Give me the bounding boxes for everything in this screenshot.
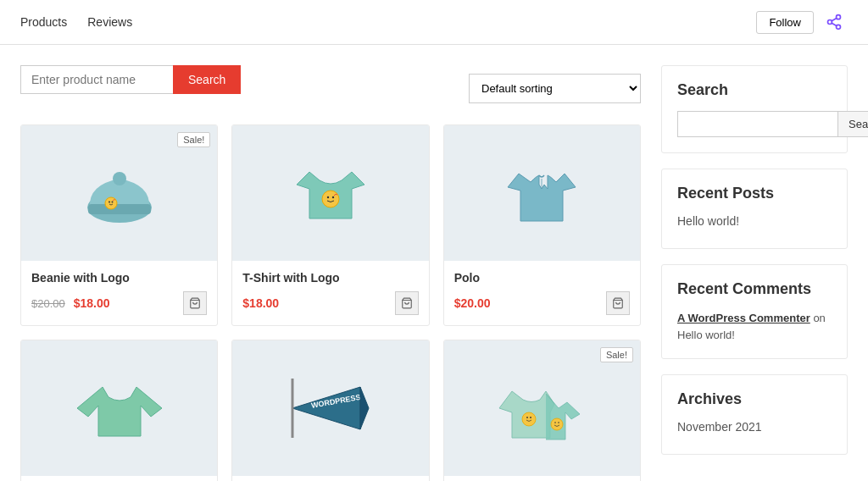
sidebar-search-row: Search [677,111,832,137]
svg-point-24 [526,417,528,418]
regular-price: $20.00 [454,296,491,310]
nav-products[interactable]: Products [20,15,67,29]
recent-posts-widget: Recent Posts Hello world! [661,169,848,249]
comment-post-link[interactable]: Hello world! [677,329,735,341]
sidebar: Search Search Recent Posts Hello world! … [661,65,848,481]
archives-widget: Archives November 2021 [661,374,848,455]
sale-price: $18.00 [242,296,279,310]
cart-icon [189,297,201,309]
archive-link[interactable]: November 2021 [677,420,832,434]
recent-comments-widget: Recent Comments A WordPress Commenter on… [661,264,848,359]
product-grid: Sale! [20,124,641,481]
svg-marker-22 [360,387,369,429]
price-group: $20.00 $18.00 [31,296,109,310]
cart-icon [401,297,413,309]
header: Products Reviews Follow [0,0,868,45]
product-info: Beanie with Logo $20.00 $18.00 [21,261,217,325]
controls-row: Search Default sorting Sort by popularit… [20,65,641,111]
product-card: WORDPRESS WordPress Pennant [231,340,429,481]
sale-badge: Sale! [177,132,210,147]
svg-point-25 [530,417,531,418]
add-to-cart-button[interactable] [395,291,419,315]
cart-icon [612,297,624,309]
product-card: Long Sleeve Tee [20,340,218,481]
sale-price: $18.00 [74,296,110,310]
product-price: $20.00 [454,291,630,315]
product-info: T-Shirt with Logo $18.00 [232,261,428,325]
product-image-pennant: WORDPRESS [232,340,428,476]
sidebar-search-widget: Search Search [661,65,848,153]
price-group: $18.00 [242,296,279,310]
product-name: Beanie with Logo [31,271,207,285]
svg-point-14 [327,196,329,198]
sort-select[interactable]: Default sorting Sort by popularity Sort … [469,74,641,103]
pennant-illustration: WORDPRESS [280,362,381,455]
sidebar-search-input[interactable] [677,111,838,137]
product-name: Polo [454,271,630,285]
beanie-illustration [73,147,166,240]
share-icon [826,14,843,30]
collection-illustration [491,362,593,455]
product-image-collection: Sale! [444,340,640,476]
tshirt-illustration [284,147,377,240]
product-price: $20.00 $18.00 [31,291,207,315]
product-card: Sale! [443,340,641,481]
product-card: Sale! [20,124,218,326]
comment-on-text: on [813,312,825,324]
product-info: WordPress Pennant [232,476,428,481]
svg-line-4 [832,18,837,20]
svg-line-3 [832,23,837,25]
price-group: $20.00 [454,296,491,310]
product-info: Polo $20.00 [444,261,640,325]
main-nav: Products Reviews [20,15,132,29]
svg-marker-19 [292,387,360,429]
svg-point-9 [105,197,117,209]
header-actions: Follow [756,8,848,36]
sidebar-search-button[interactable]: Search [838,111,868,137]
svg-point-7 [113,172,126,185]
polo-illustration [495,147,588,240]
product-info: Long Sleeve Tee [21,476,217,481]
product-image-tshirt [232,125,428,261]
product-card: T-Shirt with Logo $18.00 [231,124,429,326]
nav-reviews[interactable]: Reviews [87,15,132,29]
recent-posts-title: Recent Posts [677,185,832,202]
svg-point-11 [111,202,113,203]
archives-title: Archives [677,390,832,408]
svg-point-26 [551,418,563,430]
svg-point-10 [108,202,110,203]
longsleeve-illustration [73,362,166,455]
product-price: $18.00 [242,291,418,315]
sale-badge: Sale! [600,347,633,362]
svg-point-23 [522,412,536,426]
follow-button[interactable]: Follow [756,11,814,34]
product-image-beanie: Sale! [21,125,217,261]
svg-point-27 [555,422,557,423]
product-image-polo [444,125,640,261]
add-to-cart-button[interactable] [606,291,630,315]
svg-point-13 [322,191,339,207]
product-card: Polo $20.00 [443,124,641,326]
product-name: T-Shirt with Logo [242,271,418,285]
products-section: Search Default sorting Sort by popularit… [20,65,641,481]
recent-comments-title: Recent Comments [677,280,832,298]
product-info: Logo Collection [444,476,640,481]
add-to-cart-button[interactable] [183,291,207,315]
recent-comment-text: A WordPress Commenter on Hello world! [677,310,832,343]
search-widget-title: Search [677,81,832,99]
share-button[interactable] [821,8,848,36]
product-search-bar: Search [20,65,241,94]
svg-point-15 [332,196,334,198]
original-price: $20.00 [31,297,65,310]
product-image-longsleeve [21,340,217,476]
product-search-input[interactable] [20,65,173,94]
main-layout: Search Default sorting Sort by popularit… [0,45,868,481]
recent-post-link[interactable]: Hello world! [677,214,832,228]
comment-author-link[interactable]: A WordPress Commenter [677,312,810,324]
svg-rect-6 [88,204,151,214]
product-search-button[interactable]: Search [173,65,241,94]
svg-point-28 [559,422,560,423]
